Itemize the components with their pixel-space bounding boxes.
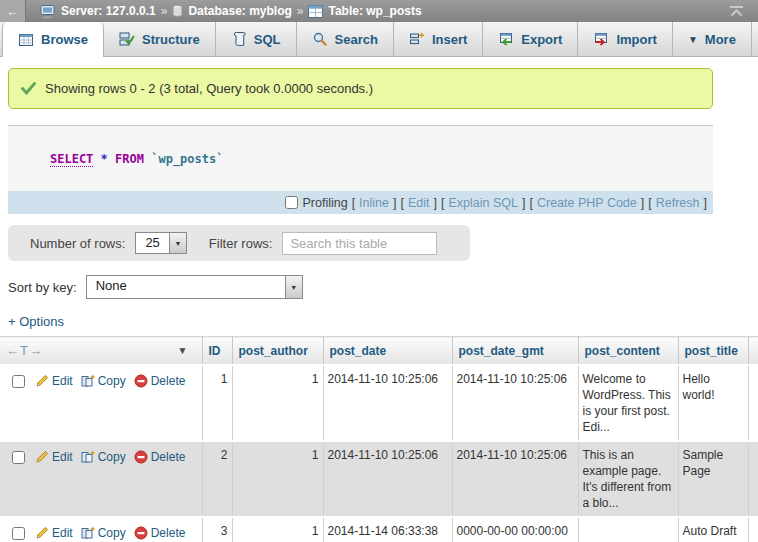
edit-label: Edit (52, 525, 73, 541)
delete-row-link[interactable]: Delete (134, 373, 186, 389)
sql-icon (231, 31, 247, 47)
filter-rows-label: Filter rows: (209, 236, 273, 251)
edit-row-link[interactable]: Edit (35, 373, 73, 389)
query-links-bar: Profiling [ Inline ] [ Edit ] [ Explain … (8, 191, 713, 214)
tab-label: Browse (41, 32, 88, 47)
filter-rows-input[interactable] (282, 232, 437, 255)
cell-id: 2 (202, 441, 232, 517)
collapse-top-icon[interactable] (729, 5, 744, 17)
edit-row-link[interactable]: Edit (35, 449, 73, 465)
copy-label: Copy (98, 373, 126, 389)
database-icon (172, 4, 183, 18)
tab-export[interactable]: Export (483, 22, 578, 56)
sort-arrow-icon[interactable]: ▼ (178, 345, 196, 356)
copy-row-link[interactable]: Copy (81, 373, 126, 389)
cell-post-content: Welcome to WordPress. This is your first… (578, 365, 678, 441)
cell-sliver (748, 441, 758, 517)
copy-icon (81, 374, 95, 388)
column-marker-icon[interactable]: ←T→ (6, 343, 43, 358)
number-of-rows-select[interactable]: 25 ▼ (135, 232, 186, 254)
column-sliver (748, 337, 758, 366)
create-php-code-link[interactable]: Create PHP Code (537, 196, 637, 210)
column-header-id[interactable]: ID (202, 337, 232, 366)
breadcrumb-table[interactable]: Table: wp_posts (328, 4, 421, 18)
refresh-link[interactable]: Refresh (656, 196, 700, 210)
profiling-checkbox[interactable] (285, 196, 298, 209)
sort-by-key-value: None (87, 276, 285, 298)
options-toggle-link[interactable]: + Options (8, 314, 64, 329)
explain-sql-link[interactable]: Explain SQL (448, 196, 517, 210)
edit-label: Edit (52, 373, 73, 389)
sql-keyword-from: FROM (115, 152, 144, 166)
tab-browse[interactable]: Browse (2, 22, 104, 57)
column-header-post-content[interactable]: post_content (578, 337, 678, 366)
breadcrumb-separator: » (161, 4, 168, 18)
pencil-icon (35, 450, 49, 464)
bracket: [ (352, 196, 355, 210)
tab-sql[interactable]: SQL (216, 22, 297, 56)
column-header-post-date[interactable]: post_date (323, 337, 452, 366)
cell-sliver (748, 365, 758, 441)
tab-import[interactable]: Import (578, 22, 672, 56)
cell-post-author: 1 (232, 365, 323, 441)
cell-id: 1 (202, 365, 232, 441)
column-header-post-title[interactable]: post_title (678, 337, 748, 366)
import-icon (593, 31, 609, 47)
structure-icon (119, 31, 135, 47)
sort-by-key-select[interactable]: None ▼ (86, 275, 303, 299)
breadcrumb: Server: 127.0.0.1 » Database: myblog » T… (26, 4, 422, 19)
tab-insert[interactable]: Insert (394, 22, 483, 56)
tab-more[interactable]: ▼ More (673, 22, 752, 56)
insert-icon (409, 31, 425, 47)
delete-row-link[interactable]: Delete (134, 525, 186, 541)
column-header-post-date-gmt[interactable]: post_date_gmt (452, 337, 578, 366)
status-message: Showing rows 0 - 2 (3 total, Query took … (8, 68, 713, 109)
delete-label: Delete (151, 449, 186, 465)
profiling-toggle[interactable]: Profiling (285, 196, 347, 210)
row-checkbox[interactable] (12, 527, 25, 540)
browse-icon (18, 32, 34, 48)
copy-row-link[interactable]: Copy (81, 525, 126, 541)
tab-label: Search (335, 32, 378, 47)
back-button[interactable]: ← (0, 0, 26, 22)
cell-post-author: 1 (232, 441, 323, 517)
cell-post-date-gmt: 2014-11-10 10:25:06 (452, 441, 578, 517)
copy-row-link[interactable]: Copy (81, 449, 126, 465)
breadcrumb-separator: » (297, 4, 304, 18)
row-checkbox[interactable] (12, 451, 25, 464)
tab-label: Structure (142, 32, 200, 47)
tab-search[interactable]: Search (297, 22, 394, 56)
breadcrumb-server[interactable]: Server: 127.0.0.1 (61, 4, 156, 18)
breadcrumb-bar: ← Server: 127.0.0.1 » Database: myblog »… (0, 0, 758, 22)
sql-star: * (101, 152, 108, 166)
inline-link[interactable]: Inline (359, 196, 389, 210)
sql-keyword-select[interactable]: SELECT (50, 152, 93, 167)
pencil-icon (35, 374, 49, 388)
delete-row-link[interactable]: Delete (134, 449, 186, 465)
tab-strip: Browse Structure SQL Search Insert Expor… (0, 22, 758, 57)
sort-by-key-label: Sort by key: (8, 280, 77, 295)
column-header-post-author[interactable]: post_author (232, 337, 323, 366)
tab-label: SQL (254, 32, 281, 47)
tab-label: Import (616, 32, 656, 47)
cell-post-date: 2014-11-14 06:33:38 (323, 517, 452, 542)
results-table: ←T→ ▼ ID post_author post_date post_date… (0, 336, 758, 542)
table-row: Edit Copy Delete 3 1 2014-11-14 06:33:38… (0, 517, 758, 542)
copy-label: Copy (98, 525, 126, 541)
tab-label: Insert (432, 32, 467, 47)
copy-label: Copy (98, 449, 126, 465)
dropdown-arrow-icon: ▼ (688, 34, 698, 45)
breadcrumb-database[interactable]: Database: myblog (188, 4, 291, 18)
rows-control-bar: Number of rows: 25 ▼ Filter rows: (8, 225, 470, 261)
row-checkbox[interactable] (12, 375, 25, 388)
cell-post-content: This is an example page. It's different … (578, 441, 678, 517)
tab-structure[interactable]: Structure (104, 22, 216, 56)
edit-query-link[interactable]: Edit (408, 196, 430, 210)
sort-by-key-row: Sort by key: None ▼ (8, 275, 758, 299)
cell-post-title: Auto Draft (678, 517, 748, 542)
edit-row-link[interactable]: Edit (35, 525, 73, 541)
cell-post-date-gmt: 2014-11-10 10:25:06 (452, 365, 578, 441)
bracket: [ (529, 196, 532, 210)
delete-label: Delete (151, 373, 186, 389)
server-icon (40, 4, 56, 19)
